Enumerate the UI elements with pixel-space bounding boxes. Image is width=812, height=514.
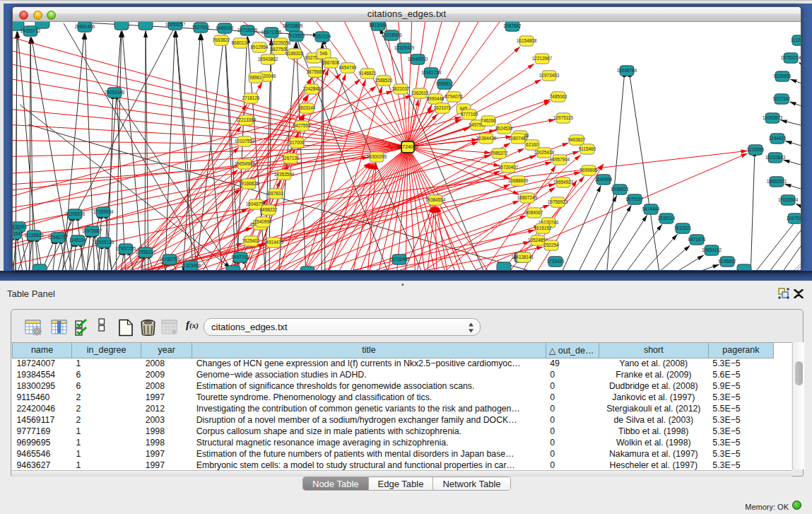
svg-text:7625402: 7625402 (242, 238, 260, 243)
svg-text:20206576: 20206576 (65, 211, 86, 216)
svg-text:10025438: 10025438 (534, 150, 555, 155)
svg-text:16154808: 16154808 (517, 38, 537, 43)
svg-text:746266: 746266 (481, 118, 496, 123)
svg-text:2867608: 2867608 (322, 60, 340, 65)
svg-text:7663822: 7663822 (213, 37, 230, 42)
svg-text:1527602: 1527602 (192, 25, 210, 30)
svg-text:10719155: 10719155 (237, 28, 258, 33)
svg-text:19166825: 19166825 (239, 181, 259, 186)
svg-text:3498222: 3498222 (260, 207, 278, 212)
svg-text:18724007: 18724007 (397, 144, 419, 149)
svg-text:7485063: 7485063 (550, 94, 567, 99)
svg-text:7632621: 7632621 (674, 226, 692, 230)
svg-text:11323468: 11323468 (181, 263, 201, 268)
svg-text:1112846: 1112846 (791, 37, 801, 42)
svg-text:7955812: 7955812 (436, 81, 454, 86)
svg-text:7242848: 7242848 (303, 86, 321, 91)
svg-text:10973493: 10973493 (539, 73, 560, 78)
svg-text:8427552: 8427552 (293, 123, 311, 128)
svg-text:546: 546 (320, 51, 328, 56)
svg-text:14957904: 14957904 (550, 157, 570, 162)
svg-text:1362615: 1362615 (411, 90, 429, 95)
svg-text:10210643: 10210643 (765, 155, 786, 160)
svg-text:252254: 252254 (543, 243, 559, 247)
svg-text:19756923: 19756923 (548, 199, 568, 204)
svg-text:9777169: 9777169 (461, 112, 478, 117)
svg-text:15720407: 15720407 (498, 165, 519, 170)
svg-text:7986372: 7986372 (490, 151, 508, 156)
svg-text:9457791: 9457791 (232, 255, 249, 259)
svg-text:17016504: 17016504 (778, 197, 799, 202)
svg-text:9115460: 9115460 (579, 146, 596, 151)
svg-text:2935114: 2935114 (658, 216, 676, 221)
svg-text:9474444: 9474444 (642, 206, 660, 211)
svg-text:62160: 62160 (526, 142, 539, 147)
svg-text:14055712: 14055712 (20, 28, 41, 33)
svg-text:8454749: 8454749 (339, 65, 357, 70)
svg-text:1145194: 1145194 (69, 238, 87, 243)
svg-text:12213967: 12213967 (532, 56, 553, 61)
svg-text:16671355: 16671355 (261, 30, 282, 35)
svg-text:3215955: 3215955 (747, 147, 765, 152)
svg-text:11156829: 11156829 (24, 233, 44, 238)
svg-text:15692971: 15692971 (767, 179, 787, 184)
svg-text:12213369: 12213369 (236, 117, 257, 122)
svg-text:20364436: 20364436 (476, 136, 497, 141)
svg-text:9227342: 9227342 (773, 96, 791, 101)
svg-text:1167533: 1167533 (787, 216, 801, 221)
svg-text:14353594: 14353594 (274, 172, 295, 177)
svg-text:12975115: 12975115 (553, 115, 573, 120)
svg-text:3624534: 3624534 (495, 126, 513, 131)
svg-text:9084067: 9084067 (526, 210, 543, 215)
svg-text:3875685: 3875685 (307, 69, 324, 74)
svg-text:8660124: 8660124 (232, 40, 249, 45)
svg-text:8990448: 8990448 (427, 96, 445, 101)
svg-text:3822037: 3822037 (392, 86, 410, 91)
svg-text:12505135: 12505135 (94, 240, 114, 245)
svg-text:10688609: 10688609 (508, 178, 529, 183)
svg-text:8813054: 8813054 (370, 23, 387, 28)
svg-text:887833: 887833 (268, 191, 283, 196)
svg-text:8938923: 8938923 (611, 187, 629, 192)
svg-text:1540994: 1540994 (254, 219, 272, 224)
svg-text:1435061: 1435061 (13, 224, 28, 229)
svg-text:16033809: 16033809 (283, 23, 303, 28)
svg-text:20691406: 20691406 (75, 24, 95, 29)
svg-text:16782759: 16782759 (160, 257, 180, 262)
svg-text:10107553: 10107553 (235, 139, 255, 144)
svg-text:19384554: 19384554 (425, 197, 446, 202)
svg-text:18300295: 18300295 (367, 154, 387, 159)
svg-text:19654983: 19654983 (235, 161, 255, 166)
svg-text:15751074: 15751074 (781, 55, 801, 60)
svg-text:12942757: 12942757 (48, 235, 69, 240)
svg-text:2087682: 2087682 (504, 23, 522, 28)
svg-text:10975887: 10975887 (82, 228, 102, 233)
svg-text:14138141: 14138141 (514, 255, 534, 259)
svg-text:19654923: 19654923 (553, 180, 574, 185)
svg-text:1615152: 1615152 (534, 226, 552, 230)
svg-text:7515525: 7515525 (288, 33, 305, 38)
svg-text:17359934: 17359934 (93, 209, 114, 214)
svg-text:17957255: 17957255 (116, 246, 136, 251)
svg-text:6466160: 6466160 (216, 25, 234, 30)
svg-text:9245652: 9245652 (719, 259, 736, 264)
svg-text:9329966: 9329966 (774, 74, 792, 78)
svg-text:19218506: 19218506 (382, 33, 402, 37)
svg-text:39154: 39154 (13, 231, 20, 236)
svg-text:8471676: 8471676 (688, 237, 706, 242)
svg-text:13325419: 13325419 (394, 45, 415, 50)
svg-text:28053346: 28053346 (105, 90, 125, 95)
svg-text:9146821: 9146821 (359, 71, 377, 76)
svg-text:10958107: 10958107 (136, 250, 156, 255)
svg-text:16961758: 16961758 (421, 70, 442, 75)
svg-text:12093873: 12093873 (763, 115, 783, 120)
svg-text:6794078: 6794078 (445, 94, 463, 99)
svg-text:1621072: 1621072 (434, 105, 452, 110)
svg-text:9699695: 9699695 (580, 168, 598, 173)
svg-text:1640954: 1640954 (595, 177, 613, 182)
svg-text:3267130: 3267130 (282, 156, 300, 160)
svg-text:98961: 98961 (249, 75, 262, 80)
svg-text:10654112: 10654112 (702, 247, 722, 252)
svg-text:18640910: 18640910 (408, 57, 428, 62)
svg-text:8912954: 8912954 (251, 45, 269, 49)
